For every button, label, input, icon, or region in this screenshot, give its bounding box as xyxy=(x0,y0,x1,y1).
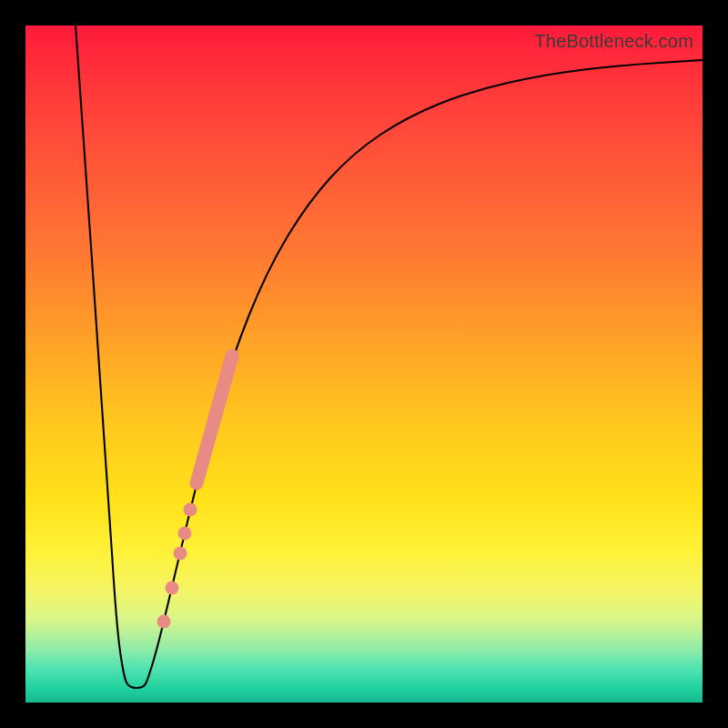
highlight-dot xyxy=(157,615,171,629)
highlight-dot xyxy=(166,581,179,595)
highlight-dot xyxy=(174,547,187,561)
chart-frame: TheBottleneck.com xyxy=(0,0,728,728)
curve-svg xyxy=(25,25,703,703)
plot-area: TheBottleneck.com xyxy=(25,25,703,703)
highlight-band xyxy=(197,356,232,483)
highlight-dot xyxy=(178,527,192,541)
highlight-dot xyxy=(184,503,197,517)
